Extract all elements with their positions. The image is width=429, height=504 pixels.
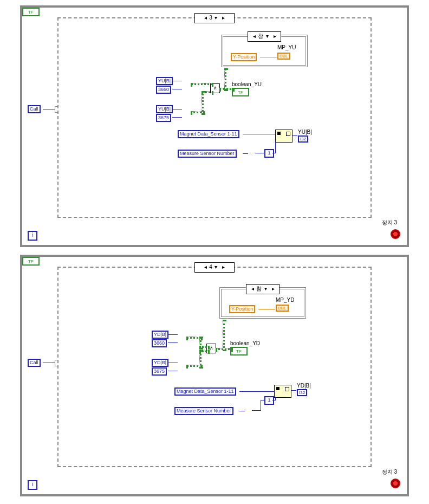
i32-indicator: I32 — [298, 135, 308, 143]
case-selector[interactable]: ◂3▾▸ — [194, 13, 235, 23]
wire — [291, 390, 296, 391]
wire-bool — [199, 346, 210, 348]
wire — [172, 89, 182, 89]
wire — [275, 397, 276, 400]
const-3675: 3675 — [156, 114, 171, 122]
wire — [261, 400, 261, 411]
call-node: Call — [28, 105, 41, 113]
const-3675: 3675 — [152, 367, 167, 376]
chevron-left-icon[interactable]: ◂ — [250, 32, 258, 40]
dropdown-icon[interactable]: ▾ — [212, 263, 220, 271]
stop-tf: TF — [22, 8, 40, 16]
case-structure: ◂4▾▸ ◂참▾▸ MP_YD Y-Position DBL YD|B| 366… — [57, 267, 372, 467]
wire — [255, 153, 264, 153]
i32-indicator: I32 — [297, 389, 307, 396]
wire — [260, 57, 277, 57]
inner-case-val: 참 — [258, 33, 263, 39]
less-than-icon — [179, 361, 185, 369]
stop-button-icon[interactable] — [391, 479, 400, 488]
wire — [275, 142, 276, 153]
wire-bool — [223, 320, 225, 351]
dbl-indicator: DBL — [276, 305, 289, 312]
iteration-terminal: i — [28, 231, 37, 241]
dbl-indicator: DBL — [277, 53, 290, 60]
case-structure: ◂3▾▸ ◂참▾▸ MP_YU Y-Position DBL YU|B| 366… — [57, 17, 372, 218]
wire — [168, 371, 178, 371]
dropdown-icon[interactable]: ▾ — [262, 285, 269, 293]
inner-case-selector[interactable]: ◂참▾▸ — [248, 31, 281, 42]
while-loop-top: Call ◂3▾▸ ◂참▾▸ MP_YU Y-Position DBL YU|B… — [20, 5, 409, 247]
wire-bool — [202, 91, 213, 93]
magnet-data: Magnet Data_Sensor 1-11 — [178, 130, 239, 138]
stop-button-icon[interactable] — [391, 229, 400, 239]
while-loop-bottom: Call ◂4▾▸ ◂참▾▸ MP_YD Y-Position DBL YD|B… — [20, 255, 409, 496]
measure-number: Measure Sensor Number — [178, 150, 237, 158]
wire — [168, 334, 178, 335]
less-than-icon — [183, 107, 190, 115]
call-node: Call — [28, 359, 41, 367]
const-3660: 3660 — [152, 339, 167, 347]
wire-bool — [224, 68, 226, 91]
greater-than-icon — [183, 79, 190, 87]
stop-label: 정지 3 — [382, 468, 397, 476]
wire — [239, 391, 274, 392]
wire-bool — [219, 88, 235, 90]
wire — [172, 81, 182, 81]
wire-bool — [191, 83, 213, 85]
wire-bool — [199, 350, 210, 352]
inner-case: ◂참▾▸ MP_YU Y-Position DBL — [221, 35, 308, 67]
and-symbol: ∧ — [210, 345, 213, 351]
out-label: YU|B| — [298, 129, 312, 135]
chevron-right-icon[interactable]: ▸ — [269, 285, 277, 293]
wire — [172, 109, 182, 109]
mp-label: MP_YU — [277, 44, 296, 50]
inner-case-selector[interactable]: ◂참▾▸ — [246, 284, 280, 294]
measure-number: Measure Sensor Number — [174, 407, 233, 415]
chevron-right-icon[interactable]: ▸ — [220, 263, 227, 271]
out-label: YD|B| — [297, 383, 311, 389]
wire — [239, 411, 245, 411]
greater-than-icon — [179, 333, 185, 340]
bool-label: boolean_YU — [232, 81, 262, 87]
inner-case-val: 참 — [256, 286, 262, 292]
bool-label: boolean_YD — [230, 340, 260, 346]
wire — [172, 117, 182, 118]
const-1: 1 — [264, 396, 274, 405]
dropdown-icon[interactable]: ▾ — [263, 32, 271, 40]
chevron-left-icon[interactable]: ◂ — [202, 263, 209, 271]
y-position: Y-Position — [229, 305, 255, 313]
y-position: Y-Position — [231, 53, 257, 61]
wire — [292, 135, 297, 136]
subtract-icon — [245, 406, 251, 414]
local-yd-a: YD|B| — [152, 331, 168, 339]
iteration-terminal: i — [28, 480, 37, 490]
case-selector[interactable]: ◂4▾▸ — [194, 262, 235, 273]
magnet-data: Magnet Data_Sensor 1-11 — [174, 387, 236, 396]
const-1: 1 — [264, 149, 274, 158]
stop-label: 정지 3 — [382, 219, 397, 227]
index-array-icon — [274, 385, 291, 398]
chevron-left-icon[interactable]: ◂ — [202, 14, 209, 22]
chevron-right-icon[interactable]: ▸ — [220, 14, 227, 22]
stop-tf: TF — [22, 257, 40, 266]
local-yu-b: YU|B| — [156, 105, 173, 113]
chevron-right-icon[interactable]: ▸ — [271, 32, 278, 40]
and-symbol: ∧ — [213, 85, 217, 91]
wire — [252, 410, 261, 411]
subtract-icon — [248, 149, 255, 157]
const-3660: 3660 — [156, 86, 171, 94]
wire — [243, 153, 248, 154]
local-yd-b: YD|B| — [152, 359, 168, 367]
inner-case: ◂참▾▸ MP_YD Y-Position DBL — [219, 287, 306, 319]
wire — [258, 309, 275, 309]
mp-label: MP_YD — [276, 297, 294, 303]
wire — [168, 343, 178, 343]
chevron-left-icon[interactable]: ◂ — [249, 285, 256, 293]
local-yu-a: YU|B| — [156, 77, 173, 85]
wire — [168, 363, 178, 363]
index-array-icon — [275, 130, 292, 143]
wire — [261, 400, 264, 400]
wire-bool — [199, 350, 202, 369]
dropdown-icon[interactable]: ▾ — [212, 14, 220, 22]
wire — [243, 134, 275, 134]
